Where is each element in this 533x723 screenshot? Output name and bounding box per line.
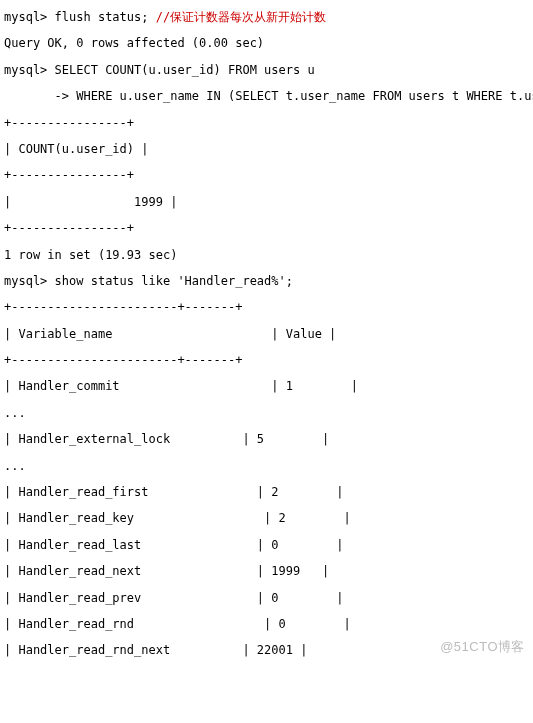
output-line: | COUNT(u.user_id) |: [4, 136, 529, 162]
output-line: | Handler_read_prev | 0 |: [4, 585, 529, 611]
line-text: ...: [4, 406, 26, 420]
line-text: | Handler_read_first | 2 |: [4, 485, 344, 499]
line-text: +----------------+: [4, 168, 134, 182]
output-line: mysql> flush status; //保证计数器每次从新开始计数: [4, 4, 529, 30]
line-text: | 1999 |: [4, 195, 177, 209]
output-line: | Variable_name | Value |: [4, 321, 529, 347]
line-text: | Handler_read_prev | 0 |: [4, 591, 344, 605]
line-text: +----------------+: [4, 221, 134, 235]
line-comment: //保证计数器每次从新开始计数: [156, 10, 326, 24]
output-line: ...: [4, 400, 529, 426]
output-line: 1 row in set (19.93 sec): [4, 242, 529, 268]
line-text: | Handler_read_rnd_next | 22001 |: [4, 643, 307, 657]
line-text: | Handler_read_rnd | 0 |: [4, 617, 351, 631]
watermark: @51CTO博客: [440, 633, 525, 662]
terminal-output: mysql> flush status; //保证计数器每次从新开始计数Quer…: [4, 4, 529, 664]
output-line: mysql> SELECT COUNT(u.user_id) FROM user…: [4, 57, 529, 83]
line-text: +-----------------------+-------+: [4, 300, 242, 314]
line-text: | Variable_name | Value |: [4, 327, 336, 341]
output-line: | Handler_commit | 1 |: [4, 373, 529, 399]
output-line: | 1999 |: [4, 189, 529, 215]
line-text: | Handler_commit | 1 |: [4, 379, 358, 393]
output-line: -> WHERE u.user_name IN (SELECT t.user_n…: [4, 83, 529, 109]
line-text: | Handler_external_lock | 5 |: [4, 432, 329, 446]
line-text: | Handler_read_key | 2 |: [4, 511, 351, 525]
output-line: +----------------+: [4, 162, 529, 188]
line-text: | Handler_read_next | 1999 |: [4, 564, 329, 578]
output-line: +-----------------------+-------+: [4, 347, 529, 373]
line-text: mysql> show status like 'Handler_read%';: [4, 274, 293, 288]
line-text: mysql> flush status;: [4, 10, 156, 24]
output-line: | Handler_read_first | 2 |: [4, 479, 529, 505]
line-text: mysql> SELECT COUNT(u.user_id) FROM user…: [4, 63, 315, 77]
output-line: | Handler_external_lock | 5 |: [4, 426, 529, 452]
line-text: -> WHERE u.user_name IN (SELECT t.user_n…: [4, 89, 533, 103]
line-text: +-----------------------+-------+: [4, 353, 242, 367]
output-line: | Handler_read_key | 2 |: [4, 505, 529, 531]
line-text: 1 row in set (19.93 sec): [4, 248, 177, 262]
output-line: Query OK, 0 rows affected (0.00 sec): [4, 30, 529, 56]
output-line: +-----------------------+-------+: [4, 294, 529, 320]
line-text: | Handler_read_last | 0 |: [4, 538, 344, 552]
line-text: Query OK, 0 rows affected (0.00 sec): [4, 36, 264, 50]
line-text: +----------------+: [4, 116, 134, 130]
output-line: +----------------+: [4, 110, 529, 136]
output-line: mysql> show status like 'Handler_read%';: [4, 268, 529, 294]
output-line: +----------------+: [4, 215, 529, 241]
output-line: | Handler_read_last | 0 |: [4, 532, 529, 558]
output-line: ...: [4, 453, 529, 479]
line-text: ...: [4, 459, 26, 473]
line-text: | COUNT(u.user_id) |: [4, 142, 149, 156]
output-line: | Handler_read_next | 1999 |: [4, 558, 529, 584]
